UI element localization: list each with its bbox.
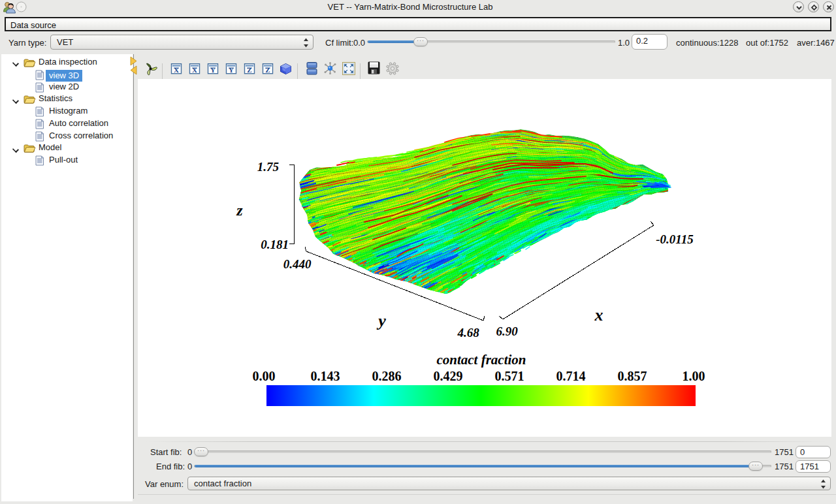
svg-text:0.857: 0.857 <box>618 369 647 383</box>
svg-text:4.68: 4.68 <box>457 326 479 339</box>
svg-text:Y: Y <box>210 66 216 74</box>
svg-text:0.286: 0.286 <box>372 369 402 383</box>
svg-text:Z: Z <box>247 66 251 74</box>
svg-text:y: y <box>376 311 386 330</box>
svg-text:0.181: 0.181 <box>261 238 289 251</box>
svg-text:Y: Y <box>229 66 234 74</box>
svg-text:6.90: 6.90 <box>496 324 518 338</box>
svg-text:0.00: 0.00 <box>253 369 276 383</box>
svg-text:z: z <box>236 202 243 219</box>
svg-text:-0.0115: -0.0115 <box>656 232 694 246</box>
svg-text:contact fraction: contact fraction <box>436 352 526 368</box>
svg-text:X: X <box>174 66 179 74</box>
svg-text:0.714: 0.714 <box>556 369 586 383</box>
svg-text:0.440: 0.440 <box>283 257 312 271</box>
svg-text:0.143: 0.143 <box>311 369 340 383</box>
svg-text:x: x <box>594 306 603 324</box>
svg-text:X: X <box>192 66 197 74</box>
svg-text:Z: Z <box>265 66 270 74</box>
svg-text:0.571: 0.571 <box>495 369 524 383</box>
svg-text:0.429: 0.429 <box>434 369 463 383</box>
svg-text:1.00: 1.00 <box>683 369 705 383</box>
svg-text:1.75: 1.75 <box>257 160 280 174</box>
